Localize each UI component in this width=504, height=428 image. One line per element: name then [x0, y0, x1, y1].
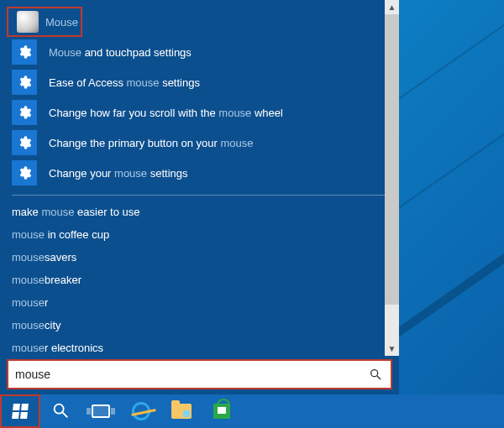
gear-icon [12, 70, 37, 95]
result-app-label: Mouse [45, 16, 78, 29]
mouse-device-icon [17, 11, 39, 33]
taskbar [0, 394, 504, 428]
settings-result-label: Ease of Access mouse settings [49, 76, 200, 89]
web-suggestion[interactable]: mouse in coffee cup [0, 223, 399, 246]
windows-logo-icon [12, 404, 29, 419]
search-box-container [0, 356, 399, 394]
store-button[interactable] [202, 394, 242, 428]
settings-result[interactable]: Change your mouse settings [0, 158, 399, 188]
result-app-mouse[interactable]: Mouse [7, 7, 82, 37]
search-input[interactable] [15, 368, 367, 381]
scrollbar[interactable]: ▲ ▼ [385, 0, 399, 356]
svg-line-3 [63, 412, 68, 417]
settings-result-label: Change your mouse settings [49, 167, 188, 180]
web-suggestion[interactable]: mousecity [0, 314, 399, 337]
start-button[interactable] [0, 394, 40, 428]
svg-line-1 [377, 376, 381, 379]
taskbar-search-button[interactable] [40, 394, 81, 428]
search-icon [51, 401, 70, 422]
gear-icon [12, 160, 37, 185]
settings-result[interactable]: Change the primary button on your mouse [0, 128, 399, 158]
settings-result[interactable]: Mouse and touchpad settings [0, 37, 399, 67]
gear-icon [12, 39, 37, 65]
settings-result[interactable]: Ease of Access mouse settings [0, 67, 399, 97]
settings-result-label: Mouse and touchpad settings [49, 46, 192, 59]
scroll-down-arrow[interactable]: ▼ [385, 342, 399, 356]
search-submit-icon[interactable] [367, 366, 384, 383]
svg-point-2 [55, 404, 64, 413]
internet-explorer-button[interactable] [121, 394, 161, 428]
scroll-up-arrow[interactable]: ▲ [385, 0, 399, 14]
search-results: Mouse Mouse and touchpad settingsEase of… [0, 0, 399, 356]
settings-result-label: Change the primary button on your mouse [49, 137, 254, 149]
folder-icon [171, 404, 192, 419]
gear-icon [12, 100, 37, 125]
settings-result[interactable]: Change how far you scroll with the mouse… [0, 97, 399, 128]
task-view-button[interactable] [81, 394, 121, 428]
web-suggestion[interactable]: mousebreaker [0, 269, 399, 291]
settings-result-label: Change how far you scroll with the mouse… [49, 107, 283, 119]
search-box[interactable] [7, 359, 392, 389]
web-suggestion[interactable]: mousesavers [0, 246, 399, 269]
web-suggestion[interactable]: mouser [0, 291, 399, 314]
results-divider [12, 195, 387, 196]
web-suggestion[interactable]: mouser electronics [0, 337, 399, 356]
store-icon [213, 404, 230, 419]
start-search-panel: Mouse Mouse and touchpad settingsEase of… [0, 0, 399, 394]
task-view-icon [92, 405, 110, 418]
web-suggestion[interactable]: make mouse easier to use [0, 201, 399, 223]
svg-point-0 [371, 370, 378, 377]
file-explorer-button[interactable] [161, 394, 202, 428]
gear-icon [12, 130, 37, 155]
ie-icon [132, 402, 150, 420]
scrollbar-thumb[interactable] [385, 14, 399, 305]
